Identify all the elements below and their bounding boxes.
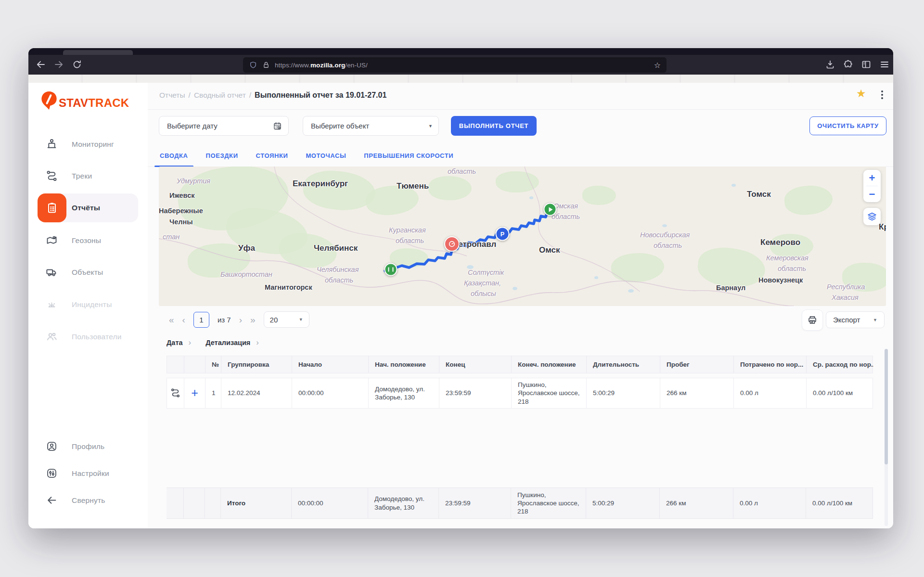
tab-speeding[interactable]: ПРЕВЫШЕНИЯ СКОРОСТИ [359,144,459,167]
map-region-label: область [778,265,806,272]
first-page-button[interactable]: « [169,315,174,324]
kebab-menu-icon[interactable] [877,89,887,101]
column-header: № [205,356,221,373]
column-header [184,356,205,373]
map-city-label: Кр [879,222,886,232]
bookmark-star-icon[interactable]: ☆ [654,61,661,70]
browser-toolbar: https://www.mozilla.org/en-US/ ☆ [28,48,893,75]
total-cell [167,488,184,518]
date-picker-input[interactable]: Выберите дату [159,116,289,136]
reload-icon[interactable] [71,59,83,70]
extensions-icon[interactable] [843,59,854,70]
sidebar-item-geozones[interactable]: Геозоны [28,227,148,254]
map-marker-parking-icon[interactable]: P [496,227,510,241]
browser-tab[interactable] [63,50,133,55]
scrollbar-thumb[interactable] [885,349,888,464]
shield-icon[interactable] [249,61,257,69]
next-page-button[interactable]: › [239,315,242,324]
group-by-detail[interactable]: Детализация› [205,338,259,347]
column-header: Ср. расход по нор... [807,356,873,373]
print-button[interactable] [802,309,823,331]
stavtrack-logo[interactable]: STAVTRACK [40,90,129,111]
sidebar-item-objects[interactable]: Объекты [28,259,148,286]
zoom-out-button[interactable]: − [863,186,881,202]
map-region-label: Удмуртия [177,177,210,185]
map-region-label: Қазақстан, [464,279,501,287]
sidebar-item-label: Настройки [72,469,109,478]
breadcrumb-summary-report[interactable]: Сводный отчет [194,91,246,100]
settings-icon [45,467,58,480]
clear-map-button[interactable]: ОЧИСТИТЬ КАРТУ [809,116,886,135]
users-icon [45,330,58,343]
downloads-icon[interactable] [824,59,836,70]
tab-engine-hours[interactable]: МОТОЧАСЫ [300,144,351,167]
objects-icon [45,266,58,279]
map-city-label: Барнаул [716,284,745,292]
map-zoom-control: + − [863,170,881,202]
table-cell: Домодедово, ул. Заборье, 130 [369,378,439,408]
export-button[interactable]: Экспорт▼ [826,311,885,328]
group-by-date[interactable]: Дата› [167,338,191,347]
map-city-label: Екатеринбург [293,179,348,189]
app-sidebar: STAVTRACK МониторингТрекиОтчётыГеозоныОб… [28,83,148,528]
sidebar-item-settings[interactable]: Настройки [28,460,148,487]
menu-hamburger-icon[interactable] [879,59,890,70]
table-cell: 12.02.2024 [221,378,292,408]
map-city-label: Ижевск [169,192,194,199]
back-icon[interactable] [35,59,47,70]
run-report-button[interactable]: ВЫПОЛНИТЬ ОТЧЕТ [451,116,537,136]
sidebar-item-monitoring[interactable]: Мониторинг [28,131,148,158]
url-text[interactable]: https://www.mozilla.org/en-US/ [275,62,368,69]
sidebar-item-profile[interactable]: Профиль [28,433,148,460]
map-region-label: Челябинская [317,266,359,273]
favorite-star-icon[interactable]: ★ [856,87,866,100]
map-marker-play-icon[interactable] [544,203,557,216]
url-bar[interactable]: https://www.mozilla.org/en-US/ ☆ [243,57,667,73]
table-cell: 266 км [660,378,734,408]
geozones-icon [45,234,58,247]
last-page-button[interactable]: » [250,315,256,324]
total-cell [184,488,205,518]
object-select[interactable]: Выберите объект ▼ [303,116,439,136]
sidebar-item-incidents[interactable]: Инциденты [28,291,148,318]
page-size-select[interactable]: 20▼ [264,311,309,328]
reports-icon [38,193,66,222]
tab-trips[interactable]: ПОЕЗДКИ [201,144,244,167]
current-page-input[interactable]: 1 [193,312,209,328]
tab-stops[interactable]: СТОЯНКИ [251,144,294,167]
column-header: Потрачено по нор... [734,356,807,373]
zoom-in-button[interactable]: + [863,170,881,186]
sidebar-item-reports[interactable]: Отчёты [28,193,148,222]
breadcrumb-reports[interactable]: Отчеты [159,91,185,100]
profile-icon [45,440,58,453]
tab-summary[interactable]: СВОДКА [154,144,193,167]
logo-pin-icon [40,90,58,111]
sidebar-item-label: Профиль [72,442,104,451]
map-city-label: Челябинск [314,244,358,253]
map-city-label: Магнитогорск [265,283,312,291]
sidebar-item-users[interactable]: Пользователи [28,323,148,350]
breadcrumb: Отчеты / Сводный отчет / Выполненный отч… [159,88,386,103]
column-header: Пробег [660,356,734,373]
map-marker-pause-icon[interactable] [385,263,398,276]
map-region-label: область [448,167,476,175]
map-region-label: область [654,242,682,249]
forward-icon[interactable] [53,59,64,70]
expand-row-button[interactable]: + [184,378,205,408]
map-city-label: Томск [747,190,771,199]
logo-text: STAVTRACK [59,96,129,110]
sidebar-item-tracks[interactable]: Треки [28,163,148,190]
total-cell: Домодедово, ул. Заборье, 130 [368,488,439,518]
monitoring-icon [45,138,58,151]
page-title: Выполненный отчет за 19.01-27.01 [255,91,386,100]
map-marker-gauge-icon[interactable] [444,236,460,252]
chevron-down-icon: ▼ [299,317,303,322]
sidebar-toggle-icon[interactable] [860,59,872,70]
map-layers-button[interactable] [863,208,881,225]
map-canvas[interactable]: областьУдмуртияИжевскНабережныеЧелныЕкат… [159,167,886,306]
prev-page-button[interactable]: ‹ [182,315,185,324]
lock-icon[interactable] [262,61,270,69]
table-cell: Пушкино, Ярославское шоссе, 218 [512,378,587,408]
map-region-label: облысы [471,290,496,297]
sidebar-item-collapse[interactable]: Свернуть [28,487,148,514]
